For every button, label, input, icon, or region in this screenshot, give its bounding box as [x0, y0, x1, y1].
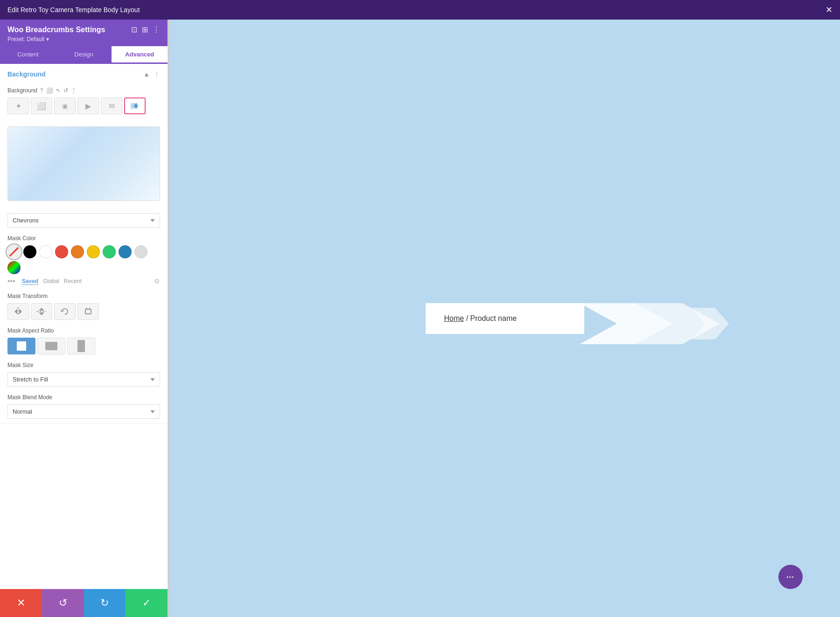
bg-type-mask[interactable] — [124, 97, 146, 114]
color-settings-icon[interactable]: ⚙ — [154, 277, 160, 285]
bg-type-none[interactable]: ✦ — [7, 97, 29, 114]
color-tab-saved[interactable]: Saved — [22, 278, 38, 285]
undo-icon: ↺ — [59, 597, 67, 609]
tabs: Content Design Advanced — [0, 46, 168, 64]
fab-icon: ••• — [787, 575, 795, 580]
mask-blend-mode-label: Mask Blend Mode — [7, 394, 160, 401]
mask-aspect-ratio-field: Mask Aspect Ratio — [0, 325, 168, 359]
undo-button[interactable]: ↺ — [42, 589, 84, 617]
mask-transform-field: Mask Transform — [0, 290, 168, 325]
color-tab-recent[interactable]: Recent — [64, 278, 82, 284]
svg-marker-6 — [39, 312, 44, 315]
color-swatch-green[interactable] — [103, 245, 116, 258]
transform-rotate[interactable] — [54, 303, 76, 320]
section-header: Background ▲ ⋮ — [0, 64, 168, 84]
color-tab-global[interactable]: Global — [43, 278, 59, 284]
svg-marker-3 — [19, 309, 22, 314]
background-arrow-icon[interactable]: ↖ — [56, 87, 61, 94]
cancel-icon: ✕ — [17, 597, 25, 609]
breadcrumb-page: Product name — [470, 314, 517, 322]
gradient-preview — [7, 126, 160, 201]
mask-blend-mode-select[interactable]: Normal Multiply Screen Overlay Darken Li… — [7, 404, 160, 419]
cancel-button[interactable]: ✕ — [0, 589, 42, 617]
redo-icon: ↻ — [100, 597, 109, 609]
bg-type-video[interactable]: ▶ — [77, 97, 99, 114]
mask-size-label: Mask Size — [7, 362, 160, 368]
color-swatch-custom[interactable] — [7, 261, 21, 274]
fab-button[interactable]: ••• — [778, 565, 803, 589]
save-icon: ✓ — [142, 597, 151, 609]
color-swatches — [7, 245, 160, 274]
background-label-row: Background ? ⬜ ↖ ↺ ⋮ — [7, 87, 160, 94]
title-bar: Edit Retro Toy Camera Template Body Layo… — [0, 0, 840, 20]
mask-transform-label: Mask Transform — [7, 293, 160, 299]
main-layout: Woo Breadcrumbs Settings ⊡ ⊞ ⋮ Preset: D… — [0, 20, 840, 617]
breadcrumb-home[interactable]: Home — [444, 314, 464, 322]
aspect-btn-square[interactable] — [7, 338, 35, 354]
color-swatch-transparent[interactable] — [7, 245, 21, 258]
sidebar-content: Background ▲ ⋮ Background ? ⬜ ↖ ↺ ⋮ — [0, 64, 168, 589]
tab-design[interactable]: Design — [56, 46, 112, 64]
preset-label: Preset: Default — [7, 36, 44, 42]
background-help-icon[interactable]: ? — [40, 87, 43, 94]
preset-arrow[interactable]: ▾ — [46, 36, 49, 42]
color-swatch-yellow[interactable] — [87, 245, 100, 258]
aspect-buttons — [7, 338, 160, 354]
bg-type-gradient[interactable]: ▣ — [54, 97, 76, 114]
color-swatch-black[interactable] — [23, 245, 36, 258]
breadcrumb-text: Home / Product name — [444, 314, 517, 322]
bg-type-slideshow[interactable]: ✉ — [101, 97, 122, 114]
mask-color-label: Mask Color — [7, 235, 160, 242]
transform-reset[interactable] — [77, 303, 99, 320]
mask-size-select[interactable]: Stretch to Fill Fit Fill Actual Size — [7, 372, 160, 387]
mask-shape-select[interactable]: Chevrons Circles Diamonds Hexagons Stars… — [7, 213, 160, 228]
tab-content[interactable]: Content — [0, 46, 56, 64]
mask-shape-field: Chevrons Circles Diamonds Hexagons Stars… — [0, 210, 168, 232]
background-more-icon[interactable]: ⋮ — [71, 87, 77, 94]
sidebar-title-row: Woo Breadcrumbs Settings ⊡ ⊞ ⋮ — [7, 25, 160, 34]
more-icon[interactable]: ⋮ — [153, 25, 160, 34]
sidebar-icons: ⊡ ⊞ ⋮ — [131, 25, 160, 34]
tab-advanced[interactable]: Advanced — [112, 46, 168, 64]
sidebar-header: Woo Breadcrumbs Settings ⊡ ⊞ ⋮ Preset: D… — [0, 20, 168, 46]
background-device-icon[interactable]: ⬜ — [46, 87, 53, 94]
save-button[interactable]: ✓ — [126, 589, 168, 617]
sidebar: Woo Breadcrumbs Settings ⊡ ⊞ ⋮ Preset: D… — [0, 20, 168, 617]
canvas-area: Home / Product name ••• — [169, 20, 840, 617]
breadcrumb-background: Home / Product name — [426, 303, 584, 334]
preview-icon[interactable]: ⊡ — [131, 25, 137, 34]
transform-flip-h[interactable] — [7, 303, 29, 320]
close-icon[interactable]: ✕ — [826, 6, 833, 14]
color-swatch-light[interactable] — [134, 245, 147, 258]
chevron-shapes — [580, 303, 729, 344]
title-bar-text: Edit Retro Toy Camera Template Body Layo… — [7, 6, 826, 14]
collapse-icon[interactable]: ▲ — [143, 70, 150, 78]
transform-flip-v[interactable] — [31, 303, 52, 320]
color-swatch-orange[interactable] — [71, 245, 84, 258]
bg-type-buttons: ✦ ⬜ ▣ ▶ ✉ — [7, 97, 160, 114]
color-tab-row: ••• Saved Global Recent ⚙ — [7, 277, 160, 285]
color-swatch-white[interactable] — [39, 245, 52, 258]
transform-buttons — [7, 303, 160, 320]
aspect-btn-wide[interactable] — [37, 338, 65, 354]
sidebar-title: Woo Breadcrumbs Settings — [7, 26, 105, 34]
color-swatch-blue[interactable] — [119, 245, 132, 258]
color-swatch-red[interactable] — [55, 245, 68, 258]
svg-marker-5 — [39, 308, 44, 311]
background-label: Background — [7, 87, 37, 94]
background-reset-icon[interactable]: ↺ — [63, 87, 68, 94]
three-dots[interactable]: ••• — [7, 277, 15, 285]
mask-blend-mode-field: Mask Blend Mode Normal Multiply Screen O… — [0, 391, 168, 423]
redo-button[interactable]: ↻ — [84, 589, 126, 617]
mask-color-field: Mask Color ••• — [0, 232, 168, 290]
gradient-preview-area — [0, 119, 168, 210]
expand-icon[interactable]: ⊞ — [142, 25, 148, 34]
section-title: Background — [7, 70, 46, 78]
breadcrumb-widget: Home / Product name — [426, 303, 584, 334]
preset-row: Preset: Default ▾ — [7, 36, 160, 42]
section-more-icon[interactable]: ⋮ — [154, 70, 160, 78]
bg-type-classic[interactable]: ⬜ — [31, 97, 52, 114]
aspect-btn-tall[interactable] — [67, 338, 95, 354]
svg-marker-2 — [14, 309, 17, 314]
bottom-toolbar: ✕ ↺ ↻ ✓ — [0, 589, 168, 617]
